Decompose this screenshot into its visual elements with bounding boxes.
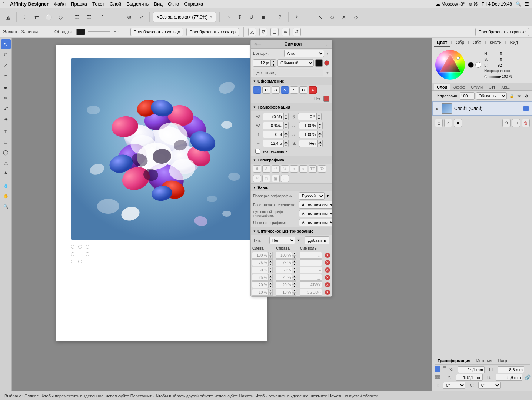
menu-item-layer[interactable]: Слой [110, 1, 122, 7]
toolbar-help-icon[interactable]: ? [275, 12, 285, 22]
oc-left-up[interactable]: ▲ [268, 274, 273, 277]
oc-right-down[interactable]: ▼ [292, 277, 296, 281]
tool-node[interactable]: ⬡ [1, 50, 11, 59]
strikethrough-btn[interactable]: ϴ [299, 86, 307, 94]
baseline-spinner[interactable]: ▲ ▼ [263, 131, 289, 138]
tool-pencil[interactable]: ✏ [1, 93, 11, 103]
toolbar-cols-icon[interactable]: ☷ [84, 12, 94, 22]
toolbar-pixel-icon[interactable]: ◭ [3, 12, 13, 22]
shear-sp-spinner[interactable]: ▲ ▼ [299, 140, 323, 147]
oc-left-spinner[interactable]: ▲ ▼ [252, 267, 273, 273]
oc-delete-btn[interactable]: ✕ [325, 260, 330, 265]
scale-v-down[interactable]: ▼ [317, 134, 323, 138]
ctx-icon1[interactable]: △ [248, 28, 256, 36]
oc-right-up[interactable]: ▲ [292, 252, 296, 255]
baseline-up[interactable]: ▲ [283, 131, 289, 134]
tool-pen[interactable]: ✒ [1, 83, 11, 93]
font-size-input[interactable] [253, 59, 271, 67]
close-tab-icon[interactable]: ✕ [209, 15, 212, 19]
toolbar-export-icon[interactable]: ↗ [136, 12, 146, 22]
typo-frac-btn[interactable]: ¼ [281, 165, 289, 173]
fill-color-swatch[interactable] [43, 29, 51, 35]
toolbar-guides-icon[interactable]: ⋰ [96, 12, 106, 22]
white-swatch[interactable] [475, 62, 481, 68]
ctx-icon5[interactable]: ⇵ [293, 28, 301, 36]
angle-input[interactable] [298, 113, 316, 120]
menu-item-text[interactable]: Текст [92, 1, 104, 7]
sel-handle-tm[interactable] [79, 245, 82, 248]
optical-add-btn[interactable]: Добавить [305, 236, 329, 244]
tool-corner[interactable]: ⌐ [1, 70, 11, 80]
font-size-spinner[interactable]: ▲ ▼ [253, 59, 276, 67]
toolbar-flip-h-icon[interactable]: ↦ [223, 12, 233, 22]
layers-opacity-input[interactable] [460, 92, 475, 100]
oc-left-up[interactable]: ▲ [268, 252, 273, 255]
oc-left-spinner[interactable]: ▲ ▼ [252, 259, 273, 266]
sel-handle-mr[interactable] [86, 253, 89, 256]
color-wheel[interactable] [435, 50, 465, 80]
oc-right-spinner[interactable]: ▲ ▼ [276, 289, 297, 296]
tool-arttext[interactable]: A [1, 168, 11, 178]
oc-left-input[interactable] [252, 274, 268, 281]
oc-left-up[interactable]: ▲ [268, 259, 273, 263]
oc-left-down[interactable]: ▼ [268, 285, 273, 288]
oc-right-input[interactable] [276, 281, 292, 288]
layer-add-icon[interactable]: ◻ [435, 119, 443, 127]
nagr-tab[interactable]: Нагр [495, 358, 510, 364]
menu-item-edit[interactable]: Правка [71, 1, 87, 7]
effects-tab[interactable]: Эффе [450, 84, 468, 90]
oc-left-input[interactable] [252, 289, 268, 296]
oc-symbols-input[interactable] [300, 281, 322, 288]
oc-left-down[interactable]: ▼ [268, 263, 273, 266]
scale-v-spinner[interactable]: ▲ ▼ [299, 131, 323, 138]
oc-right-down[interactable]: ▼ [292, 285, 296, 288]
scale-h-down[interactable]: ▼ [317, 126, 323, 129]
tool-hand[interactable]: ✋ [1, 191, 11, 201]
black-swatch[interactable] [468, 62, 474, 68]
tool-eyedropper[interactable]: 💧 [1, 181, 11, 190]
toolbar-rotate-icon[interactable]: ↺ [246, 12, 257, 22]
tool-ellipse[interactable]: ◯ [1, 147, 11, 157]
oc-right-down[interactable]: ▼ [292, 292, 296, 296]
width-up[interactable]: ▲ [283, 140, 289, 143]
font-color-swatch2[interactable] [324, 60, 329, 66]
width-spinner[interactable]: ▲ ▼ [263, 140, 289, 147]
typo-num-btn[interactable]: ⁸⁹ [253, 175, 261, 182]
oc-left-down[interactable]: ▼ [268, 270, 273, 273]
tool-brush[interactable]: 🖌 [1, 104, 11, 113]
toolbar-snap-icon[interactable]: ⌖ [292, 12, 302, 22]
oc-right-input[interactable] [276, 259, 292, 266]
tool-fill[interactable]: ◈ [1, 114, 11, 124]
toolbar-grid2-icon[interactable]: ☷ [72, 12, 82, 22]
tool-triangle[interactable]: △ [1, 158, 11, 167]
oc-right-down[interactable]: ▼ [292, 270, 296, 273]
oc-left-input[interactable] [252, 259, 268, 266]
layer-delete-icon[interactable]: 🗑 [522, 119, 530, 127]
formatting-header[interactable]: ▼ Оформление [251, 77, 332, 85]
oc-left-up[interactable]: ▲ [268, 281, 273, 285]
oc-left-input[interactable] [252, 252, 268, 259]
oc-delete-btn[interactable]: ✕ [325, 267, 330, 273]
search-icon[interactable]: 🔍 [516, 1, 521, 7]
hyphenation-select[interactable]: Автоматически [299, 201, 332, 209]
canvas-area[interactable]: ✕ — Символ ⋮ Все шри... Arial ▼ ▲ [12, 38, 432, 391]
kerning-input[interactable] [263, 122, 283, 129]
panel-close-btn[interactable]: ✕ [254, 42, 257, 47]
oc-right-up[interactable]: ▲ [292, 259, 296, 263]
oc-right-input[interactable] [276, 289, 292, 296]
angle-spinner[interactable]: ▲ ▼ [298, 113, 322, 120]
oc-delete-btn[interactable]: ✕ [325, 253, 330, 258]
underline3-btn[interactable]: U [272, 86, 280, 94]
oc-left-up[interactable]: ▲ [268, 267, 273, 270]
x-input[interactable] [458, 366, 485, 373]
oc-left-up[interactable]: ▲ [268, 289, 273, 292]
oc-right-up[interactable]: ▲ [292, 274, 296, 277]
toolbar-place-icon[interactable]: ⊕ [124, 12, 134, 22]
blend-mode-select[interactable]: Обычный [476, 92, 507, 100]
lang-typo-select[interactable]: Автоматически [299, 219, 332, 226]
toolbar-shape-circle-icon[interactable]: ⚪ [43, 12, 54, 22]
oc-right-down[interactable]: ▼ [292, 255, 296, 259]
hrssh-tab[interactable]: Хрщ [498, 84, 513, 90]
kerning-down[interactable]: ▼ [283, 126, 289, 129]
layer-selected-check[interactable] [523, 106, 529, 111]
